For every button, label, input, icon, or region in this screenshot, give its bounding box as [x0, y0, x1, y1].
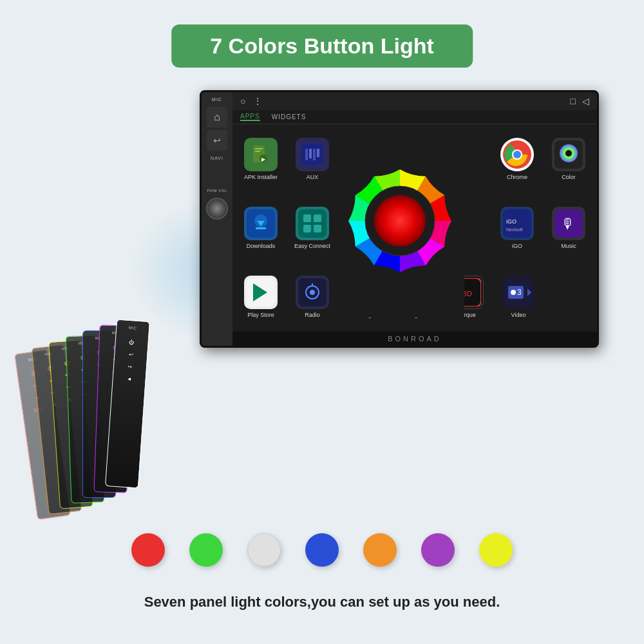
- svg-rect-6: [305, 149, 308, 160]
- svg-point-16: [565, 150, 572, 156]
- stereo-unit: MIC ⌂ ↩ NAVI POW VOL ○ ⋮ □ ◁ APPS WIDGET…: [200, 90, 599, 348]
- power-icon7: ⏻: [127, 337, 137, 347]
- svg-rect-9: [317, 149, 319, 157]
- apk-label: APK Installer: [244, 174, 278, 180]
- svg-rect-5: [301, 144, 323, 166]
- easyconnect-icon: [296, 207, 329, 240]
- svg-point-51: [511, 290, 516, 295]
- svg-rect-23: [314, 214, 321, 222]
- color-wheel-svg: [341, 162, 460, 281]
- svg-text:▶: ▶: [261, 156, 266, 162]
- radio-label: Radio: [305, 312, 320, 318]
- screen-area: ○ ⋮ □ ◁ APPS WIDGETS ▶ APK Installe: [232, 92, 597, 346]
- circle-icon: ○: [240, 96, 245, 106]
- color-dot-green: [189, 533, 223, 567]
- statusbar-left: ○ ⋮: [240, 96, 262, 106]
- svg-rect-22: [303, 214, 311, 222]
- music-icon: 🎙: [552, 207, 585, 240]
- app-chrome[interactable]: Chrome: [491, 127, 543, 191]
- tab-apps[interactable]: APPS: [240, 113, 260, 121]
- color-dot-white: [247, 533, 281, 567]
- back-nav-icon: ◁: [582, 96, 589, 106]
- svg-text:Nextsoft: Nextsoft: [506, 227, 523, 232]
- svg-point-56: [374, 195, 426, 247]
- aux-icon: [296, 138, 329, 171]
- svg-point-13: [513, 151, 521, 158]
- color-dot-purple: [421, 533, 455, 567]
- svg-rect-21: [298, 209, 327, 238]
- back-icon7: ↩: [126, 350, 136, 359]
- app-video[interactable]: 3 Video: [493, 265, 544, 329]
- app-radio[interactable]: Radio: [287, 265, 338, 329]
- music-label: Music: [561, 243, 576, 249]
- color-icon: [552, 138, 585, 171]
- bonroad-bar: BONROAD: [232, 332, 597, 346]
- svg-text:3: 3: [517, 288, 522, 297]
- svg-rect-2: [255, 151, 260, 152]
- navi-label: NAVI: [211, 156, 223, 160]
- volume-icon7: ◄: [124, 374, 134, 384]
- video-icon: 3: [502, 276, 535, 309]
- svg-rect-20: [256, 227, 266, 229]
- app-igo[interactable]: iGONextsoft iGO: [491, 196, 543, 260]
- svg-rect-25: [314, 225, 321, 232]
- app-tabs: APPS WIDGETS: [232, 110, 597, 124]
- volume-knob[interactable]: [206, 198, 228, 220]
- chrome-label: Chrome: [507, 174, 527, 180]
- aux-label: AUX: [307, 174, 319, 180]
- svg-rect-7: [309, 149, 312, 158]
- brand-label: BONROAD: [388, 335, 442, 343]
- app-aux[interactable]: AUX: [287, 127, 338, 191]
- svg-text:🎙: 🎙: [561, 216, 575, 232]
- svg-rect-8: [313, 149, 316, 160]
- chrome-icon: [500, 138, 534, 171]
- color-dots-row: [0, 533, 644, 567]
- app-color[interactable]: Color: [543, 127, 594, 191]
- app-playstore[interactable]: Play Store: [235, 265, 287, 329]
- color-dot-orange: [363, 533, 397, 567]
- menu-icon: ⋮: [253, 96, 262, 106]
- page-title: 7 Colors Button Light: [210, 33, 434, 59]
- radio-icon: [296, 276, 329, 309]
- playstore-label: Play Store: [247, 312, 274, 318]
- app-music[interactable]: 🎙 Music: [543, 196, 594, 260]
- svg-rect-1: [255, 148, 263, 149]
- downloads-label: Downloads: [247, 243, 276, 249]
- android-statusbar: ○ ⋮ □ ◁: [232, 92, 597, 110]
- side-panel: MIC ⌂ ↩ NAVI POW VOL: [202, 92, 232, 346]
- playstore-icon: [244, 276, 278, 309]
- svg-text:iGO: iGO: [506, 218, 516, 225]
- app-easyconnect[interactable]: Easy Connect: [287, 196, 338, 260]
- bottom-description: Seven panel light colors,you can set up …: [0, 594, 644, 611]
- color-dot-blue: [305, 533, 339, 567]
- header-banner: 7 Colors Button Light: [171, 24, 473, 68]
- svg-point-35: [310, 290, 315, 295]
- tab-widgets[interactable]: WIDGETS: [272, 113, 307, 120]
- forward-icon7: ↪: [126, 362, 135, 372]
- app-downloads[interactable]: Downloads: [235, 196, 287, 260]
- igo-label: iGO: [512, 243, 522, 249]
- mic-label: MIC: [212, 97, 222, 102]
- stacked-panels: MIC ⏻ ↩ ◄ RST MIC ⏻ ↩ ↪ ◄ MIC ⏻ ↩ ↪ ◄ MI…: [26, 299, 206, 518]
- video-label: Video: [511, 312, 526, 318]
- downloads-icon: [244, 207, 278, 240]
- svg-rect-24: [303, 225, 311, 232]
- square-icon: □: [571, 96, 576, 106]
- app-apk-installer[interactable]: ▶ APK Installer: [235, 127, 287, 191]
- color-wheel-overlay: [336, 124, 464, 317]
- panel-mic-label7: MIC: [129, 326, 137, 330]
- color-dot-yellow: [479, 533, 513, 567]
- back-side-button[interactable]: ↩: [207, 130, 227, 151]
- color-dot-red: [131, 533, 165, 567]
- pow-vol-label: POW VOL: [207, 189, 227, 193]
- easyconnect-label: Easy Connect: [294, 243, 330, 249]
- bottom-text-container: Seven panel light colors,you can set up …: [0, 594, 644, 611]
- statusbar-right: □ ◁: [571, 96, 589, 106]
- home-button[interactable]: ⌂: [207, 107, 227, 128]
- color-label: Color: [562, 174, 576, 180]
- apk-icon: ▶: [244, 138, 278, 171]
- igo-icon: iGONextsoft: [500, 207, 534, 240]
